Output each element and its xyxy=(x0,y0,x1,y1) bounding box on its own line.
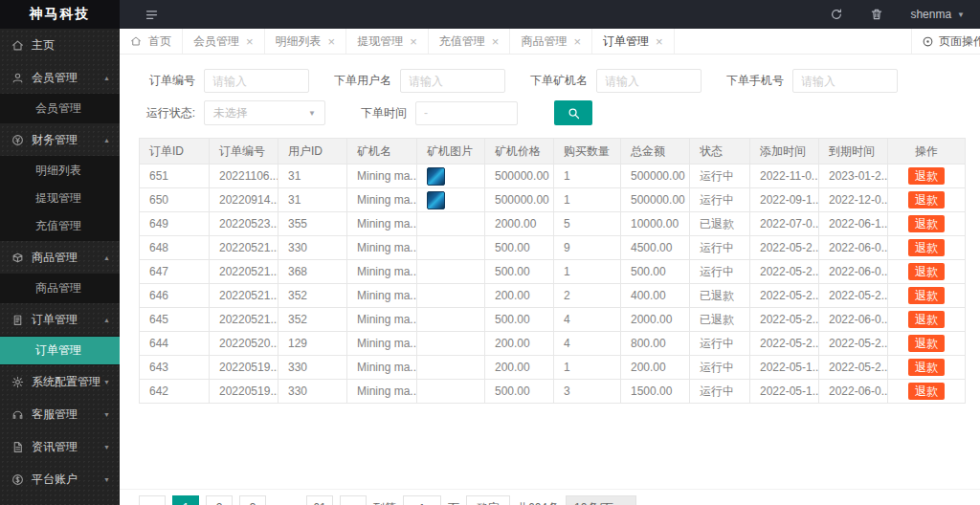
cell-add_time: 2022-09-1... xyxy=(750,188,819,212)
cell-user_id: 129 xyxy=(278,332,347,356)
sidebar-subitem-2-1[interactable]: 提现管理 xyxy=(0,185,120,212)
cell-price: 200.00 xyxy=(485,356,554,380)
cell-price: 500.00 xyxy=(485,260,554,284)
refund-button[interactable]: 退款 xyxy=(908,335,945,352)
close-icon[interactable]: × xyxy=(573,35,581,48)
tab-1[interactable]: 会员管理× xyxy=(183,29,265,54)
refund-button[interactable]: 退款 xyxy=(908,191,945,209)
body-row: 主页会员管理▲会员管理财务管理▲明细列表提现管理充值管理商品管理▲商品管理订单管… xyxy=(0,29,980,505)
sidebar-item-7[interactable]: 资讯管理▼ xyxy=(0,430,120,463)
page-button-2[interactable]: 2 xyxy=(206,495,233,505)
prev-page-button[interactable]: ‹ xyxy=(139,495,166,505)
cell-machine-image xyxy=(417,356,485,380)
cell-id: 644 xyxy=(140,332,210,356)
page-button-1[interactable]: 1 xyxy=(172,495,199,505)
refund-button[interactable]: 退款 xyxy=(908,215,945,232)
cell-total: 500.00 xyxy=(621,260,690,284)
sidebar-item-4[interactable]: 订单管理▲ xyxy=(0,303,120,336)
sidebar-item-6[interactable]: 客服管理▼ xyxy=(0,398,120,430)
table-row: 64520220521...352Mining ma...500.0042000… xyxy=(140,308,966,332)
refresh-icon[interactable] xyxy=(830,8,843,21)
cell-status: 运行中 xyxy=(690,356,750,380)
tab-6[interactable]: 订单管理× xyxy=(592,29,675,54)
close-icon[interactable]: × xyxy=(656,35,663,48)
sidebar-item-9[interactable]: 权限管理▼ xyxy=(0,495,120,505)
sidebar-item-8[interactable]: 平台账户▼ xyxy=(0,463,120,495)
tab-label: 订单管理 xyxy=(603,33,649,50)
cell-expire_time: 2023-01-2... xyxy=(819,165,888,188)
cell-status: 已退款 xyxy=(690,212,750,236)
cell-price: 2000.00 xyxy=(485,212,554,236)
sidebar-item-0[interactable]: 主页 xyxy=(0,29,120,61)
search-button[interactable] xyxy=(554,100,592,125)
cell-price: 500.00 xyxy=(485,308,554,332)
filter-input-3[interactable] xyxy=(792,69,898,93)
cell-user_id: 330 xyxy=(278,380,347,404)
sidebar-item-label: 资讯管理 xyxy=(32,439,78,455)
cell-qty: 4 xyxy=(554,332,621,356)
cell-user_id: 355 xyxy=(278,212,347,236)
page-button-61[interactable]: 61 xyxy=(306,495,333,505)
sidebar-subitem-3-0[interactable]: 商品管理 xyxy=(0,274,120,302)
filter-input-1[interactable] xyxy=(400,69,505,93)
tab-0[interactable]: 首页 xyxy=(120,29,183,54)
cell-order_no: 20220521... xyxy=(210,284,278,308)
sidebar-subitem-4-0[interactable]: 订单管理 xyxy=(0,337,120,364)
refund-button[interactable]: 退款 xyxy=(908,239,945,256)
tab-3[interactable]: 提现管理× xyxy=(346,29,429,54)
sidebar-item-5[interactable]: 系统配置管理▼ xyxy=(0,365,120,398)
sidebar-item-2[interactable]: 财务管理▲ xyxy=(0,123,120,156)
refund-button[interactable]: 退款 xyxy=(908,287,945,304)
close-icon[interactable]: × xyxy=(492,35,500,48)
table-row: 64420220520...129Mining ma...200.004800.… xyxy=(140,332,966,356)
per-page-select[interactable]: 10条/页▼ xyxy=(566,495,636,505)
filter-row-1: 订单编号下单用户名下单矿机名下单手机号 xyxy=(139,69,966,93)
page-button-3[interactable]: 3 xyxy=(239,495,266,505)
next-page-button[interactable]: › xyxy=(340,495,367,505)
tab-4[interactable]: 充值管理× xyxy=(429,29,511,54)
tabbar: 首页会员管理×明细列表×提现管理×充值管理×商品管理×订单管理× 页面操作 xyxy=(120,29,980,55)
close-icon[interactable]: × xyxy=(246,35,254,48)
cell-id: 650 xyxy=(140,188,210,212)
refund-button[interactable]: 退款 xyxy=(908,383,945,400)
home-icon xyxy=(11,39,24,52)
sidebar-subitem-2-0[interactable]: 明细列表 xyxy=(0,157,120,185)
cell-status: 运行中 xyxy=(690,236,750,260)
cell-expire_time: 2022-06-0... xyxy=(819,260,888,284)
sidebar-subitem-2-2[interactable]: 充值管理 xyxy=(0,212,120,240)
order-time-input[interactable] xyxy=(415,101,518,125)
tab-label: 首页 xyxy=(148,33,171,50)
refund-button[interactable]: 退款 xyxy=(908,311,945,328)
jump-page-input[interactable] xyxy=(403,495,441,505)
gear-icon xyxy=(11,376,24,388)
clear-cache-icon[interactable] xyxy=(870,8,883,21)
status-filter-label: 运行状态: xyxy=(139,105,204,121)
page-actions-button[interactable]: 页面操作 xyxy=(911,29,980,54)
collapse-sidebar-icon[interactable] xyxy=(145,8,159,22)
refund-button[interactable]: 退款 xyxy=(908,167,945,185)
page-actions-label: 页面操作 xyxy=(939,33,980,50)
filter-input-2[interactable] xyxy=(596,69,702,93)
user-menu[interactable]: shenma ▼ xyxy=(910,8,965,21)
close-icon[interactable]: × xyxy=(328,35,336,48)
tab-2[interactable]: 明细列表× xyxy=(265,29,347,54)
cell-machine: Mining ma... xyxy=(347,212,417,236)
refund-button[interactable]: 退款 xyxy=(908,263,945,280)
sidebar-item-1[interactable]: 会员管理▲ xyxy=(0,61,120,94)
sidebar-subitem-1-0[interactable]: 会员管理 xyxy=(0,95,120,122)
chevron-up-icon: ▲ xyxy=(103,317,110,323)
cell-status: 运行中 xyxy=(690,380,750,404)
status-select[interactable]: 未选择 ▼ xyxy=(204,100,325,125)
cell-machine: Mining ma... xyxy=(347,332,417,356)
cell-order_no: 20220521... xyxy=(210,260,278,284)
cell-machine: Mining ma... xyxy=(347,356,417,380)
sidebar: 主页会员管理▲会员管理财务管理▲明细列表提现管理充值管理商品管理▲商品管理订单管… xyxy=(0,29,120,505)
filter-group-2: 下单矿机名 xyxy=(530,69,702,93)
tab-5[interactable]: 商品管理× xyxy=(510,29,592,54)
sidebar-item-3[interactable]: 商品管理▲ xyxy=(0,241,120,274)
refund-button[interactable]: 退款 xyxy=(908,359,945,376)
cell-qty: 1 xyxy=(554,356,621,380)
filter-input-0[interactable] xyxy=(204,69,309,93)
confirm-jump-button[interactable]: 确定 xyxy=(466,495,510,505)
close-icon[interactable]: × xyxy=(410,35,417,48)
